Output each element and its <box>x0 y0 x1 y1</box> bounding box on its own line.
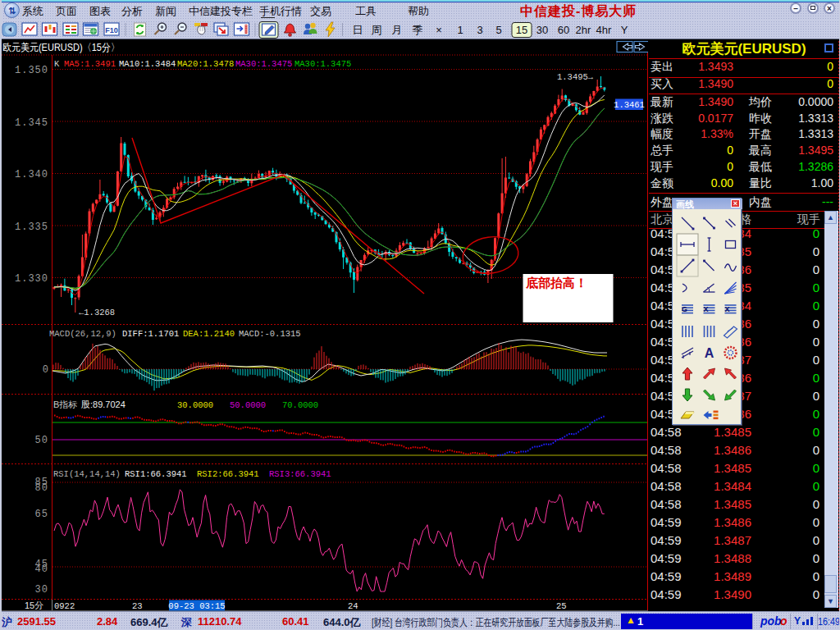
svg-text:RSI1:66.3941: RSI1:66.3941 <box>125 469 187 479</box>
svg-text:K: K <box>54 59 60 69</box>
svg-text:RSI2:66.3941: RSI2:66.3941 <box>197 469 259 479</box>
svg-text:50.0000: 50.0000 <box>230 400 266 410</box>
svg-text:X: X <box>704 305 709 313</box>
svg-text:1.335: 1.335 <box>15 221 48 233</box>
svg-text:1.3495→: 1.3495→ <box>557 72 594 82</box>
svg-text:15分: 15分 <box>25 600 43 610</box>
svg-text:1.3461: 1.3461 <box>614 100 645 110</box>
svg-text:0922: 0922 <box>54 601 75 611</box>
svg-text:DIFF:1.1701: DIFF:1.1701 <box>122 329 179 339</box>
svg-text:股:89.7024: 股:89.7024 <box>81 399 126 409</box>
svg-text:B指标: B指标 <box>53 399 77 409</box>
svg-text:1.340: 1.340 <box>15 169 48 180</box>
svg-text:40: 40 <box>35 564 48 575</box>
svg-text:MA20:1.3478: MA20:1.3478 <box>177 59 234 69</box>
svg-text:MACD:-0.1315: MACD:-0.1315 <box>239 329 301 339</box>
svg-text:1.350: 1.350 <box>15 65 48 76</box>
svg-text:RSI(14,14,14): RSI(14,14,14) <box>53 469 121 479</box>
svg-text:DEA:1.2140: DEA:1.2140 <box>183 329 235 339</box>
svg-text:80: 80 <box>35 482 48 494</box>
svg-text:1.345: 1.345 <box>15 117 48 129</box>
svg-text:MA5:1.3491: MA5:1.3491 <box>64 59 116 69</box>
svg-text:欧元美元(EURUSD)〈15分〉: 欧元美元(EURUSD)〈15分〉 <box>2 41 120 52</box>
svg-text:30: 30 <box>35 584 48 596</box>
svg-text:RSI3:66.3941: RSI3:66.3941 <box>269 469 331 479</box>
svg-text:MA30:1.3475: MA30:1.3475 <box>294 59 351 69</box>
svg-text:←1.3268: ←1.3268 <box>79 308 115 317</box>
svg-text:G: G <box>682 305 687 313</box>
svg-text:25: 25 <box>556 601 567 611</box>
svg-text:MACD(26,12,9): MACD(26,12,9) <box>49 329 116 339</box>
svg-text:65: 65 <box>35 509 48 520</box>
svg-text:1.330: 1.330 <box>15 273 48 285</box>
svg-text:底部抬高！: 底部抬高！ <box>525 276 587 290</box>
svg-text:X: X <box>725 305 730 313</box>
svg-text:MA10:1.3484: MA10:1.3484 <box>119 59 176 69</box>
svg-text:23: 23 <box>132 601 143 611</box>
svg-text:30.0000: 30.0000 <box>177 400 213 410</box>
svg-text:MA30:1.3475: MA30:1.3475 <box>235 59 292 69</box>
svg-text:24: 24 <box>348 601 358 611</box>
svg-text:50: 50 <box>35 435 48 446</box>
svg-text:09-23 03:15: 09-23 03:15 <box>168 601 225 611</box>
svg-text:0: 0 <box>43 364 48 376</box>
svg-text:70.0000: 70.0000 <box>282 400 318 410</box>
svg-text:A: A <box>705 346 714 360</box>
